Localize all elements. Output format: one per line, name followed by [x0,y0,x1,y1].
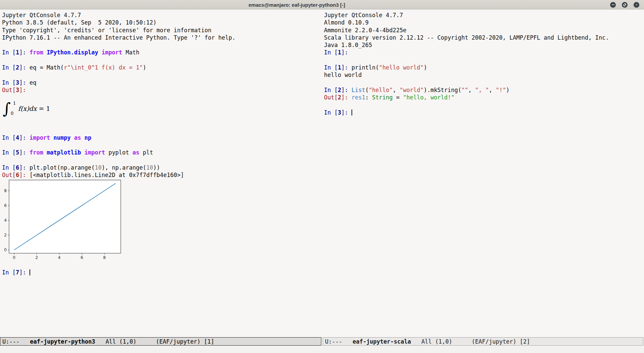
modeline-coding-indicator: U:--- [325,338,342,345]
code-token: ( [365,87,369,93]
code-token: as [132,149,139,156]
code-token: Out[ [2,172,16,178]
modeline-major-mode: (EAF/jupyter) [1] [156,338,214,345]
titlebar[interactable]: emacs@manjaro: eaf-jupyter-python3 [-] ✕ [0,0,644,9]
maximize-button[interactable] [622,2,628,8]
code-token: matplotlib [47,149,81,156]
code-token: 6 [16,172,19,178]
console-line: Java 1.8.0_265 [324,41,644,49]
console-blank-line [2,71,322,79]
code-token: ) [143,64,146,71]
code-token: ), np.arange( [102,164,146,171]
console-line: Ammonite 2.2.0-4-4bd225e [324,27,644,34]
code-token: ]: [341,64,352,71]
code-token: r"\int_0^1 f(x) dx = 1" [64,64,143,71]
console-blank-line [2,261,322,269]
code-token: import [30,134,50,141]
code-token: from [30,149,43,156]
console-line: In [6]: plt.plot(np.arange(10), np.arang… [2,164,322,171]
console-line: IPython 7.16.1 -- An enhanced Interactiv… [2,34,322,41]
equation-body: f(x)dx [18,105,37,112]
window-title: emacs@manjaro: eaf-jupyter-python3 [-] [0,0,594,9]
code-token: import [85,149,105,156]
code-token: numpy [54,134,71,141]
code-token: 1 [338,49,341,56]
console-line: Type 'copyright', 'credits' or 'license'… [2,27,322,34]
code-token: ]: [19,172,30,178]
code-token: In [ [324,49,338,56]
console-blank-line [2,41,322,49]
code-token: In [ [324,87,338,93]
code-token: ]: [19,164,30,171]
code-token: Out[ [324,94,338,101]
code-token: eq = Math( [30,64,64,71]
code-token: 1 [338,64,341,71]
code-token: In [ [2,64,16,71]
code-token [81,134,85,141]
console-line: In [1]: from IPython.display import Math [2,49,322,56]
console-blank-line [2,56,322,64]
text-cursor [30,269,30,275]
code-token: "hello" [369,87,393,93]
console-line: In [1]: [324,49,644,56]
code-token: 1 [16,49,19,56]
code-token: "!" [496,87,506,93]
text-cursor [352,109,352,116]
code-token: 3 [16,79,19,86]
console-blank-line [324,79,644,86]
modeline-scala: U:--- eaf-jupyter-scala All (1,0) (EAF/j… [323,337,643,346]
code-token: res1 [352,94,365,101]
console-line: Jupyter QtConsole 4.7.7 [324,11,644,19]
svg-text:0: 0 [13,255,15,260]
code-token [50,134,53,141]
code-token: Math [122,49,139,56]
matplotlib-figure: 0246802468 [2,180,124,261]
code-token: In [ [2,79,16,86]
console-line: Jupyter QtConsole 4.7.7 [2,11,322,19]
code-token: ]: [19,79,30,86]
console-line: Scala library version 2.12.12 -- Copyrig… [324,34,644,41]
integral-lower-limit: 0 [11,110,13,117]
console-blank-line [324,101,644,109]
console-line: Out[3]: [2,86,322,94]
scala-console-pane[interactable]: Jupyter QtConsole 4.7.7Almond 0.10.9Ammo… [322,9,644,337]
svg-text:6: 6 [80,255,83,260]
modeline-major-mode: (EAF/jupyter) [2] [472,338,530,345]
console-blank-line [324,56,644,64]
code-token: "world" [399,87,424,93]
code-token: = [393,94,403,101]
integral-sign: ∫ [3,100,11,117]
latex-equation: ∫10f(x)dx = 1 [3,100,322,117]
code-token: In [ [2,134,16,141]
code-token: ]: [19,87,26,93]
code-token: 5 [16,149,19,156]
code-token: [<matplotlib.lines.Line2D at 0x7f7dffb4e… [30,172,184,178]
code-token: 10 [95,164,101,171]
code-token: ", " [475,87,489,93]
code-token: In [ [324,64,338,71]
code-token: )) [153,164,160,171]
code-token: ).mkString( [424,87,462,93]
minimize-button[interactable] [610,2,616,8]
equation-tail: = 1 [37,105,50,112]
maximize-icon [623,3,626,6]
code-token: ]: [19,134,30,141]
console-blank-line [2,157,322,164]
console-line: Out[2]: res1: String = "hello, world!" [324,94,644,101]
code-token: 6 [16,164,19,171]
code-token: 3 [338,109,341,116]
code-token: ]: [19,149,30,156]
close-button[interactable]: ✕ [634,2,639,8]
code-token: ]: [341,49,348,56]
code-token: , [489,87,495,93]
code-token: eq [30,79,36,86]
code-token: , [468,87,475,93]
python-console-pane[interactable]: Jupyter QtConsole 4.7.7Python 3.8.5 (def… [0,9,322,337]
console-line: In [5]: from matplotlib import pyplot as… [2,149,322,156]
code-token: println( [352,64,379,71]
console-line: In [7]: [2,269,322,276]
code-token: "hello, world!" [403,94,455,101]
minimize-icon [612,4,614,5]
code-token: IPython.display [47,49,98,56]
line-plot: 0246802468 [2,180,124,261]
